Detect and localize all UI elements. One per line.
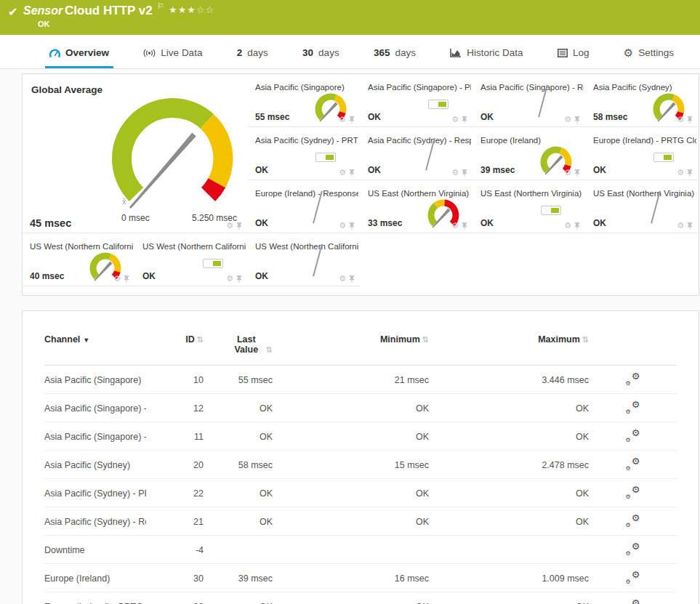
table-row[interactable]: Downtime-4⚙⚙ [44, 536, 677, 564]
gear-icon[interactable]: ⚙ [451, 222, 459, 230]
last-value-cell: OK [204, 507, 273, 536]
channel-settings-gears-icon[interactable]: ⚙⚙ [626, 600, 640, 604]
gear-icon[interactable]: ⚙ [339, 169, 346, 177]
column-header-channel[interactable]: Channel▼ [44, 318, 146, 366]
pin-icon[interactable] [236, 275, 242, 283]
channel-cell[interactable]: Asia Pacific (Singapore) - ... [44, 394, 146, 422]
channel-cell[interactable]: Europe (Ireland) [44, 564, 146, 592]
gear-icon[interactable]: ⚙ [677, 222, 684, 230]
gear-icon[interactable]: ⚙ [226, 222, 233, 230]
table-row[interactable]: Europe (Ireland)3039 msec16 msec1.009 ms… [44, 564, 677, 592]
gear-icon[interactable]: ⚙ [564, 116, 571, 124]
channel-panel[interactable]: Asia Pacific (Sydney)58 msec⚙ [586, 74, 699, 127]
table-row[interactable]: Europe (Ireland) - PRTG Cl...32OKOKOK⚙⚙ [44, 592, 677, 604]
channel-panel[interactable]: US East (Northern Virginia) - ...OK⚙ [586, 180, 699, 233]
gear-icon[interactable]: ⚙ [226, 275, 233, 283]
table-row[interactable]: Asia Pacific (Singapore) - ...11OKOKOK⚙⚙ [44, 422, 677, 451]
tab-live-data[interactable]: Live Data [139, 37, 206, 68]
pin-icon[interactable] [349, 169, 355, 177]
star-icon[interactable]: ☆ [196, 4, 206, 15]
pin-icon[interactable] [574, 222, 580, 230]
table-row[interactable]: Asia Pacific (Singapore)1055 msec21 msec… [44, 366, 677, 394]
minimum-cell: OK [273, 422, 429, 451]
channel-panel[interactable]: US West (Northern California)...OK⚙ [248, 233, 361, 286]
gear-icon[interactable]: ⚙ [339, 116, 346, 124]
gear-icon[interactable]: ⚙ [451, 169, 459, 177]
channel-panel[interactable]: US West (Northern California)...OK⚙ [135, 233, 248, 286]
channel-settings-gears-icon[interactable]: ⚙⚙ [626, 373, 640, 384]
pin-icon[interactable] [236, 222, 242, 230]
gear-icon[interactable]: ⚙ [339, 222, 346, 230]
tab-log[interactable]: Log [553, 37, 594, 68]
pin-icon[interactable] [687, 116, 693, 124]
gear-icon[interactable]: ⚙ [677, 116, 684, 124]
panel-title: Europe (Ireland) - Response C... [255, 189, 358, 198]
pin-icon[interactable] [349, 116, 355, 124]
star-icon[interactable]: ☆ [206, 4, 215, 15]
channel-panel[interactable]: Europe (Ireland) - Response C...OK⚙ [248, 180, 361, 233]
gear-icon[interactable]: ⚙ [113, 275, 121, 283]
channel-panel[interactable]: Europe (Ireland)39 msec⚙ [473, 127, 586, 180]
gear-icon[interactable]: ⚙ [339, 275, 346, 283]
channel-cell[interactable]: Europe (Ireland) - PRTG Cl... [44, 592, 146, 604]
column-header-minimum[interactable]: Minimum⇅ [273, 318, 429, 366]
channel-panel[interactable]: Asia Pacific (Sydney) - PRTG ...OK⚙ [248, 127, 361, 180]
channel-cell[interactable]: Asia Pacific (Singapore) - ... [44, 422, 146, 451]
tab-settings[interactable]: ⚙Settings [619, 37, 678, 68]
gear-icon[interactable]: ⚙ [451, 116, 459, 124]
pin-icon[interactable] [462, 169, 467, 177]
channel-cell[interactable]: Asia Pacific (Sydney) - Re... [44, 507, 146, 536]
star-icon[interactable]: ★ [187, 4, 196, 15]
table-row[interactable]: Asia Pacific (Sydney)2058 msec15 msec2.4… [44, 451, 677, 479]
maximum-cell: 2.478 msec [429, 451, 589, 479]
pin-icon[interactable] [349, 222, 355, 230]
tab-historic-data[interactable]: Historic Data [446, 37, 527, 68]
priority-flag-icon[interactable]: ⚐ [157, 1, 164, 11]
channel-panel[interactable]: Europe (Ireland) - PRTG Cloud...OK⚙ [586, 127, 699, 180]
panel-footer: ⚙ [339, 116, 355, 124]
tab-2-days[interactable]: 2days [233, 37, 273, 68]
column-header-last-value[interactable]: Last Value⇅ [204, 318, 273, 366]
channel-panel[interactable]: US East (Northern Virginia)33 msec⚙ [361, 180, 473, 233]
pin-icon[interactable] [687, 222, 693, 230]
column-header-id[interactable]: ID⇅ [146, 318, 204, 366]
gear-icon[interactable]: ⚙ [677, 169, 684, 177]
channel-cell[interactable]: Asia Pacific (Sydney) [44, 451, 146, 479]
star-icon[interactable]: ★ [178, 4, 188, 15]
column-header-maximum[interactable]: Maximum⇅ [429, 318, 589, 366]
channel-panel[interactable]: US East (Northern Virginia) - ...OK⚙ [473, 180, 586, 233]
priority-stars[interactable]: ★★★☆☆ [169, 4, 214, 15]
table-row[interactable]: Asia Pacific (Sydney) - PR...22OKOKOK⚙⚙ [44, 479, 677, 507]
gear-icon[interactable]: ⚙ [564, 169, 571, 177]
channel-panel[interactable]: Asia Pacific (Singapore) - PR...OK⚙ [361, 74, 473, 127]
channel-panel[interactable]: Asia Pacific (Singapore)55 msec⚙ [248, 74, 361, 127]
tab-overview[interactable]: Overview [45, 37, 113, 68]
channel-cell[interactable]: Asia Pacific (Sydney) - PR... [44, 479, 146, 507]
tab-30-days[interactable]: 30days [298, 37, 344, 68]
pin-icon[interactable] [574, 169, 580, 177]
channel-settings-gears-icon[interactable]: ⚙⚙ [626, 571, 640, 583]
channel-settings-gears-icon[interactable]: ⚙⚙ [626, 486, 640, 498]
pin-icon[interactable] [349, 275, 355, 283]
channel-settings-gears-icon[interactable]: ⚙⚙ [626, 515, 640, 526]
tab-365-days[interactable]: 365days [369, 37, 420, 68]
pin-icon[interactable] [574, 116, 580, 124]
global-average-panel[interactable]: Global Average x̄ 0 msec 5.250 msec 45 m… [23, 74, 248, 233]
table-row[interactable]: Asia Pacific (Singapore) - ...12OKOKOK⚙⚙ [44, 394, 677, 422]
channel-cell[interactable]: Asia Pacific (Singapore) [44, 366, 146, 394]
channel-settings-gears-icon[interactable]: ⚙⚙ [626, 458, 640, 470]
pin-icon[interactable] [462, 116, 467, 124]
gear-icon[interactable]: ⚙ [564, 222, 571, 230]
channel-panel[interactable]: Asia Pacific (Singapore) - Res...OK⚙ [473, 74, 586, 127]
channel-panel[interactable]: US West (Northern California)40 msec⚙ [23, 233, 135, 286]
pin-icon[interactable] [462, 222, 467, 230]
channel-panel[interactable]: Asia Pacific (Sydney) - Respo...OK⚙ [361, 127, 473, 180]
channel-settings-gears-icon[interactable]: ⚙⚙ [626, 543, 640, 555]
channel-settings-gears-icon[interactable]: ⚙⚙ [626, 401, 640, 413]
channel-settings-gears-icon[interactable]: ⚙⚙ [626, 430, 640, 441]
table-row[interactable]: Asia Pacific (Sydney) - Re...21OKOKOK⚙⚙ [44, 507, 677, 536]
channel-cell[interactable]: Downtime [44, 536, 146, 564]
pin-icon[interactable] [687, 169, 693, 177]
star-icon[interactable]: ★ [169, 4, 178, 15]
pin-icon[interactable] [124, 275, 129, 283]
